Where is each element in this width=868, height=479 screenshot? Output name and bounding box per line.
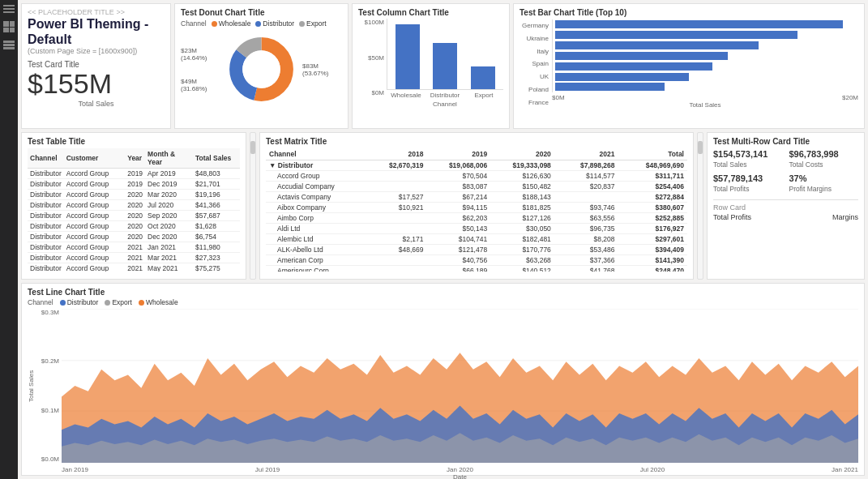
line-legend-export: Export — [105, 298, 132, 306]
x-label-jul20: Jul 2020 — [640, 466, 665, 473]
matrix-col-2019: 2019 — [426, 148, 490, 160]
donut-chart-container: $23M (14.64%) $49M (31.68%) $83M (53.67%… — [181, 31, 342, 108]
table-row: DistributorAccord Group2020Mar 2020$19,1… — [28, 190, 240, 200]
matrix-row: ALK-Abello Ltd$48,669$121,478$170,776$53… — [266, 245, 687, 255]
bar-label-6: France — [520, 99, 549, 106]
multirow-val-2: $57,789,143 — [713, 173, 783, 183]
y-tick-2: $0.1M — [37, 407, 59, 414]
bar-label-2: Italy — [520, 48, 549, 55]
x-label-0: Wholesale — [387, 92, 425, 99]
bar-x-labels: $0M $20M — [552, 92, 858, 101]
matrix-row: Accord Group$70,504$126,630$114,577$311,… — [266, 171, 687, 182]
line-legend: Channel Distributor Export Wholesale — [28, 298, 858, 306]
donut-svg — [227, 31, 296, 108]
line-legend-distributor: Distributor — [60, 298, 99, 306]
segment-label-2: $83M (53.67%) — [302, 62, 342, 77]
table-scroll[interactable]: Channel Customer Year Month & Year Total… — [28, 148, 240, 272]
dashboard: << PLACEHOLDER TITLE >> Power BI Theming… — [0, 0, 868, 479]
bars-container — [387, 19, 503, 90]
table-row: DistributorAccord Group2019Dec 2019$21,7… — [28, 179, 240, 190]
h-bar-5 — [555, 73, 689, 81]
y-tick-0: $0.3M — [37, 309, 59, 316]
x-label-1: Distributor — [425, 92, 464, 99]
multirow-grid: $154,573,141 $96,783,998 Total Sales Tot… — [713, 149, 858, 193]
bars — [552, 19, 858, 92]
bar-chart-area: $0M $20M Total Sales — [552, 19, 858, 109]
multirow-card: Test Multi-Row Card Title $154,573,141 $… — [707, 132, 865, 280]
h-bar-6 — [555, 83, 665, 91]
line-chart-svg — [62, 309, 858, 463]
matrix-row: American Corp$40,756$63,268$37,366$141,3… — [266, 255, 687, 266]
multirow-label-2: Total Profits — [713, 185, 783, 193]
table-scrollbar[interactable] — [250, 132, 256, 280]
bar-label-0: Germany — [520, 22, 549, 29]
bar-chart-card: Test Bar Chart Title (Top 10) Germany Uk… — [513, 3, 865, 129]
bar-x-1: $20M — [842, 94, 858, 101]
grid-icon[interactable] — [3, 21, 15, 32]
multirow-label-1: Total Costs — [789, 160, 859, 169]
line-legend-channel: Channel — [28, 298, 53, 306]
line-legend-wholesale: Wholesale — [139, 298, 178, 306]
segment-label-0: $49M (31.68%) — [181, 78, 220, 92]
col-month: Month & Year — [145, 148, 193, 169]
matrix-group-row: ▼ Distributor $2,670,319 $19,068,006 $19… — [266, 160, 687, 171]
legend-export: Export — [299, 19, 327, 28]
row-card-section: Row Card Total Profits Margins — [713, 199, 858, 221]
total-profits-label: Total Profits — [713, 213, 751, 221]
x-label-jan19: Jan 2019 — [62, 466, 88, 473]
matrix-col-total: Total — [618, 148, 687, 160]
test-card-value: $155M — [28, 69, 165, 99]
multirow-title: Test Multi-Row Card Title — [713, 137, 858, 146]
bar-chart-container: Germany Ukraine Italy Spain UK Poland Fr… — [520, 19, 858, 109]
multirow-val-1: $96,783,998 — [789, 149, 859, 159]
bar-x-0: $0M — [552, 94, 565, 101]
y-axis: $100M $50M $0M — [358, 19, 387, 108]
y-tick-1: $0.2M — [37, 357, 59, 365]
column-chart-card: Test Column Chart Title $100M $50M $0M — [352, 3, 510, 129]
matrix-row: Aldi Ltd$50,143$30,050$96,735$176,927 — [266, 224, 687, 234]
layers-icon[interactable] — [3, 41, 15, 50]
legend-distributor: Distributor — [255, 19, 294, 28]
table-row: DistributorAccord Group2020Oct 2020$1,62… — [28, 221, 240, 232]
donut-chart-card: Test Donut Chart Title Channel Wholesale… — [174, 3, 348, 129]
matrix-row: Aimbo Corp$62,203$127,126$63,556$252,885 — [266, 213, 687, 224]
multirow-label-0: Total Sales — [713, 160, 783, 169]
bar-wholesale — [394, 24, 421, 89]
legend-wholesale: Wholesale — [212, 19, 251, 28]
matrix-col-channel: Channel — [266, 148, 369, 160]
matrix-card: Test Matrix Title Channel 2018 2019 2020… — [259, 132, 694, 280]
matrix-scrollbar[interactable] — [697, 132, 703, 280]
matrix-row: Alembic Ltd$2,171$104,741$182,481$8,208$… — [266, 234, 687, 245]
column-chart-area: Wholesale Distributor Export Channel — [387, 19, 503, 108]
bar-export — [469, 66, 497, 89]
row-card-title: Row Card — [713, 203, 858, 212]
table-title: Test Table Title — [28, 137, 240, 146]
h-bar-0 — [555, 20, 843, 28]
y-label-0: $100M — [358, 19, 384, 26]
line-chart-card: Test Line Chart Title Channel Distributo… — [21, 283, 865, 476]
multirow-val-3: 37% — [789, 173, 859, 183]
column-chart-title: Test Column Chart Title — [358, 8, 503, 17]
col-customer: Customer — [64, 148, 125, 169]
legend-channel-label: Channel — [181, 19, 207, 28]
line-chart-title: Test Line Chart Title — [28, 288, 858, 297]
header-section: << PLACEHOLDER TITLE >> Power BI Theming… — [21, 3, 171, 129]
bar-x-axis-label: Total Sales — [552, 101, 858, 109]
line-x-axis-label: Date — [62, 473, 858, 479]
matrix-scroll[interactable]: Channel 2018 2019 2020 2021 Total ▼ Dist… — [266, 148, 687, 272]
h-bar-4 — [555, 62, 712, 71]
matrix-scroll-thumb — [698, 141, 703, 154]
line-x-labels: Jan 2019 Jul 2019 Jan 2020 Jul 2020 Jan … — [62, 464, 858, 473]
sidebar — [0, 0, 18, 479]
table-row: DistributorAccord Group2021Mar 2021$27,3… — [28, 253, 240, 263]
test-card-sublabel: Total Sales — [28, 100, 165, 108]
bar-chart-title: Test Bar Chart Title (Top 10) — [520, 8, 858, 17]
table-row: DistributorAccord Group2021Jan 2021$11,9… — [28, 242, 240, 253]
menu-icon[interactable] — [3, 5, 15, 13]
bar-label-4: UK — [520, 73, 549, 80]
middle-row: Test Table Title Channel Customer Year M… — [21, 132, 865, 280]
matrix-row: Actavis Company$17,527$67,214$188,143$27… — [266, 192, 687, 203]
bar-y-labels: Germany Ukraine Italy Spain UK Poland Fr… — [520, 19, 552, 109]
donut-legend: Channel Wholesale Distributor Export — [181, 19, 342, 28]
column-x-axis-label: Channel — [387, 101, 503, 108]
